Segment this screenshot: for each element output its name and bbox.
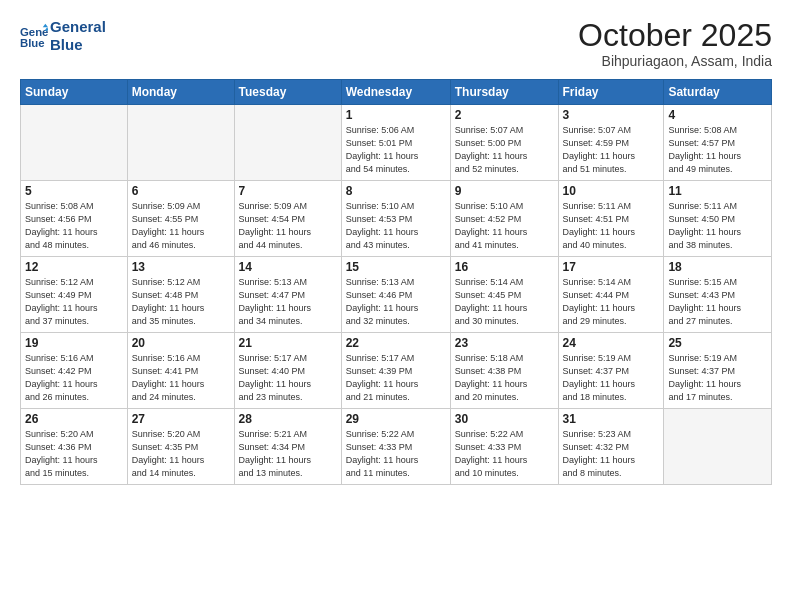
calendar-cell: 21Sunrise: 5:17 AM Sunset: 4:40 PM Dayli… (234, 333, 341, 409)
calendar-cell: 30Sunrise: 5:22 AM Sunset: 4:33 PM Dayli… (450, 409, 558, 485)
calendar-cell (664, 409, 772, 485)
calendar-cell (127, 105, 234, 181)
day-info: Sunrise: 5:16 AM Sunset: 4:41 PM Dayligh… (132, 352, 230, 404)
logo-line1: General (50, 18, 106, 36)
page: General Blue General Blue October 2025 B… (0, 0, 792, 612)
calendar-cell: 8Sunrise: 5:10 AM Sunset: 4:53 PM Daylig… (341, 181, 450, 257)
calendar-cell: 26Sunrise: 5:20 AM Sunset: 4:36 PM Dayli… (21, 409, 128, 485)
calendar-week-4: 26Sunrise: 5:20 AM Sunset: 4:36 PM Dayli… (21, 409, 772, 485)
header: General Blue General Blue October 2025 B… (20, 18, 772, 69)
day-number: 14 (239, 260, 337, 274)
calendar-week-3: 19Sunrise: 5:16 AM Sunset: 4:42 PM Dayli… (21, 333, 772, 409)
calendar-week-0: 1Sunrise: 5:06 AM Sunset: 5:01 PM Daylig… (21, 105, 772, 181)
month-title: October 2025 (578, 18, 772, 53)
calendar-cell: 16Sunrise: 5:14 AM Sunset: 4:45 PM Dayli… (450, 257, 558, 333)
day-number: 11 (668, 184, 767, 198)
day-number: 20 (132, 336, 230, 350)
day-number: 22 (346, 336, 446, 350)
day-number: 26 (25, 412, 123, 426)
day-info: Sunrise: 5:07 AM Sunset: 5:00 PM Dayligh… (455, 124, 554, 176)
calendar-week-2: 12Sunrise: 5:12 AM Sunset: 4:49 PM Dayli… (21, 257, 772, 333)
day-info: Sunrise: 5:22 AM Sunset: 4:33 PM Dayligh… (346, 428, 446, 480)
day-info: Sunrise: 5:18 AM Sunset: 4:38 PM Dayligh… (455, 352, 554, 404)
day-number: 21 (239, 336, 337, 350)
calendar-cell: 27Sunrise: 5:20 AM Sunset: 4:35 PM Dayli… (127, 409, 234, 485)
day-header-tuesday: Tuesday (234, 80, 341, 105)
day-header-wednesday: Wednesday (341, 80, 450, 105)
day-number: 17 (563, 260, 660, 274)
day-number: 5 (25, 184, 123, 198)
calendar-cell: 24Sunrise: 5:19 AM Sunset: 4:37 PM Dayli… (558, 333, 664, 409)
calendar-week-1: 5Sunrise: 5:08 AM Sunset: 4:56 PM Daylig… (21, 181, 772, 257)
day-info: Sunrise: 5:20 AM Sunset: 4:35 PM Dayligh… (132, 428, 230, 480)
location: Bihpuriagaon, Assam, India (578, 53, 772, 69)
calendar-cell: 11Sunrise: 5:11 AM Sunset: 4:50 PM Dayli… (664, 181, 772, 257)
day-info: Sunrise: 5:08 AM Sunset: 4:57 PM Dayligh… (668, 124, 767, 176)
day-info: Sunrise: 5:10 AM Sunset: 4:53 PM Dayligh… (346, 200, 446, 252)
calendar-cell (234, 105, 341, 181)
day-info: Sunrise: 5:09 AM Sunset: 4:55 PM Dayligh… (132, 200, 230, 252)
calendar: SundayMondayTuesdayWednesdayThursdayFrid… (20, 79, 772, 485)
calendar-cell: 9Sunrise: 5:10 AM Sunset: 4:52 PM Daylig… (450, 181, 558, 257)
day-number: 30 (455, 412, 554, 426)
day-info: Sunrise: 5:14 AM Sunset: 4:45 PM Dayligh… (455, 276, 554, 328)
calendar-cell: 12Sunrise: 5:12 AM Sunset: 4:49 PM Dayli… (21, 257, 128, 333)
day-number: 10 (563, 184, 660, 198)
day-info: Sunrise: 5:21 AM Sunset: 4:34 PM Dayligh… (239, 428, 337, 480)
day-number: 18 (668, 260, 767, 274)
day-info: Sunrise: 5:12 AM Sunset: 4:48 PM Dayligh… (132, 276, 230, 328)
day-info: Sunrise: 5:10 AM Sunset: 4:52 PM Dayligh… (455, 200, 554, 252)
calendar-cell: 23Sunrise: 5:18 AM Sunset: 4:38 PM Dayli… (450, 333, 558, 409)
day-number: 29 (346, 412, 446, 426)
calendar-cell: 31Sunrise: 5:23 AM Sunset: 4:32 PM Dayli… (558, 409, 664, 485)
calendar-cell: 5Sunrise: 5:08 AM Sunset: 4:56 PM Daylig… (21, 181, 128, 257)
day-number: 28 (239, 412, 337, 426)
day-number: 7 (239, 184, 337, 198)
day-info: Sunrise: 5:13 AM Sunset: 4:47 PM Dayligh… (239, 276, 337, 328)
calendar-cell: 3Sunrise: 5:07 AM Sunset: 4:59 PM Daylig… (558, 105, 664, 181)
calendar-cell: 25Sunrise: 5:19 AM Sunset: 4:37 PM Dayli… (664, 333, 772, 409)
day-header-friday: Friday (558, 80, 664, 105)
calendar-cell: 18Sunrise: 5:15 AM Sunset: 4:43 PM Dayli… (664, 257, 772, 333)
day-number: 2 (455, 108, 554, 122)
day-number: 23 (455, 336, 554, 350)
day-info: Sunrise: 5:15 AM Sunset: 4:43 PM Dayligh… (668, 276, 767, 328)
day-header-monday: Monday (127, 80, 234, 105)
day-info: Sunrise: 5:19 AM Sunset: 4:37 PM Dayligh… (668, 352, 767, 404)
day-info: Sunrise: 5:20 AM Sunset: 4:36 PM Dayligh… (25, 428, 123, 480)
day-number: 16 (455, 260, 554, 274)
day-number: 6 (132, 184, 230, 198)
day-info: Sunrise: 5:17 AM Sunset: 4:40 PM Dayligh… (239, 352, 337, 404)
day-info: Sunrise: 5:07 AM Sunset: 4:59 PM Dayligh… (563, 124, 660, 176)
day-number: 12 (25, 260, 123, 274)
calendar-cell: 28Sunrise: 5:21 AM Sunset: 4:34 PM Dayli… (234, 409, 341, 485)
day-info: Sunrise: 5:08 AM Sunset: 4:56 PM Dayligh… (25, 200, 123, 252)
day-header-sunday: Sunday (21, 80, 128, 105)
day-header-saturday: Saturday (664, 80, 772, 105)
calendar-cell: 19Sunrise: 5:16 AM Sunset: 4:42 PM Dayli… (21, 333, 128, 409)
calendar-cell: 17Sunrise: 5:14 AM Sunset: 4:44 PM Dayli… (558, 257, 664, 333)
svg-text:Blue: Blue (20, 37, 45, 49)
calendar-cell: 13Sunrise: 5:12 AM Sunset: 4:48 PM Dayli… (127, 257, 234, 333)
day-info: Sunrise: 5:11 AM Sunset: 4:51 PM Dayligh… (563, 200, 660, 252)
calendar-cell: 10Sunrise: 5:11 AM Sunset: 4:51 PM Dayli… (558, 181, 664, 257)
calendar-cell: 1Sunrise: 5:06 AM Sunset: 5:01 PM Daylig… (341, 105, 450, 181)
calendar-cell: 4Sunrise: 5:08 AM Sunset: 4:57 PM Daylig… (664, 105, 772, 181)
calendar-cell: 20Sunrise: 5:16 AM Sunset: 4:41 PM Dayli… (127, 333, 234, 409)
calendar-cell: 6Sunrise: 5:09 AM Sunset: 4:55 PM Daylig… (127, 181, 234, 257)
day-info: Sunrise: 5:06 AM Sunset: 5:01 PM Dayligh… (346, 124, 446, 176)
logo: General Blue General Blue (20, 18, 106, 54)
day-number: 25 (668, 336, 767, 350)
day-number: 9 (455, 184, 554, 198)
day-number: 8 (346, 184, 446, 198)
calendar-cell: 14Sunrise: 5:13 AM Sunset: 4:47 PM Dayli… (234, 257, 341, 333)
day-number: 15 (346, 260, 446, 274)
calendar-cell: 29Sunrise: 5:22 AM Sunset: 4:33 PM Dayli… (341, 409, 450, 485)
day-info: Sunrise: 5:09 AM Sunset: 4:54 PM Dayligh… (239, 200, 337, 252)
day-info: Sunrise: 5:17 AM Sunset: 4:39 PM Dayligh… (346, 352, 446, 404)
calendar-header-row: SundayMondayTuesdayWednesdayThursdayFrid… (21, 80, 772, 105)
calendar-body: 1Sunrise: 5:06 AM Sunset: 5:01 PM Daylig… (21, 105, 772, 485)
day-info: Sunrise: 5:23 AM Sunset: 4:32 PM Dayligh… (563, 428, 660, 480)
calendar-cell: 15Sunrise: 5:13 AM Sunset: 4:46 PM Dayli… (341, 257, 450, 333)
day-info: Sunrise: 5:13 AM Sunset: 4:46 PM Dayligh… (346, 276, 446, 328)
